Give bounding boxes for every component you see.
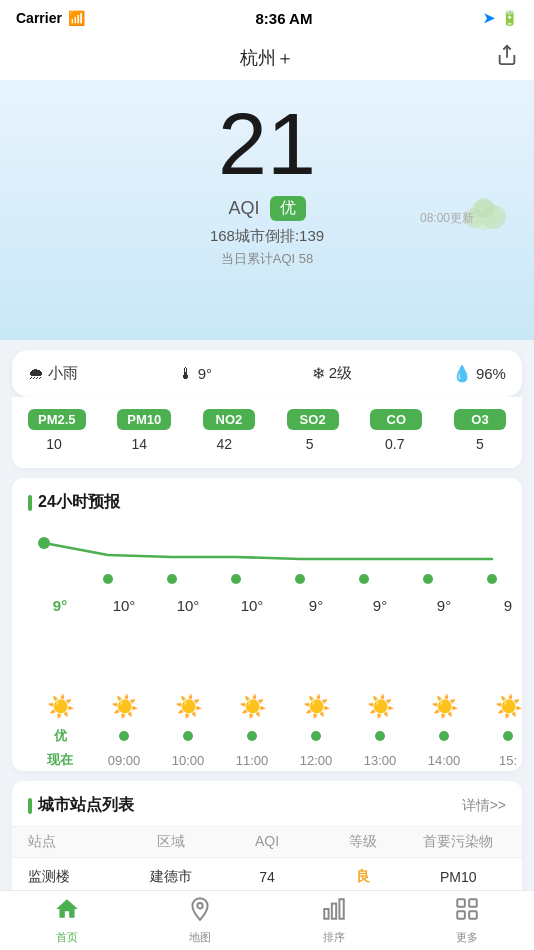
forecast-item-2: 10° ☀️ 10:00 bbox=[156, 593, 220, 771]
aqi-badge: 优 bbox=[270, 196, 306, 221]
forecast-aqi-3 bbox=[247, 725, 257, 747]
station-title: 城市站点列表 bbox=[28, 795, 134, 816]
forecast-time-0: 现在 bbox=[47, 749, 73, 771]
pollutant-no2: NO2 bbox=[203, 409, 255, 430]
svg-point-4 bbox=[474, 198, 494, 218]
pollutant-co: CO bbox=[370, 409, 422, 430]
svg-rect-14 bbox=[332, 904, 336, 919]
value-pm10: 14 bbox=[113, 436, 165, 452]
weather-wind-label: 2级 bbox=[329, 364, 352, 383]
col-aqi: AQI bbox=[219, 833, 315, 851]
pollutant-section: PM2.5 PM10 NO2 SO2 CO O3 10 14 42 5 0.7 … bbox=[12, 397, 522, 468]
nav-home[interactable]: 首页 bbox=[38, 892, 96, 949]
svg-point-9 bbox=[295, 574, 305, 584]
ranking-icon bbox=[321, 896, 347, 928]
forecast-temp-7: 9 bbox=[504, 593, 512, 617]
aqi-label: AQI bbox=[228, 198, 259, 219]
svg-rect-15 bbox=[339, 899, 343, 919]
rain-icon: 🌧 bbox=[28, 365, 44, 383]
nav-ranking[interactable]: 排序 bbox=[305, 892, 363, 949]
station-title-text: 城市站点列表 bbox=[38, 795, 134, 816]
location-icon: ➤ bbox=[483, 10, 495, 26]
col-pollutant: 首要污染物 bbox=[410, 833, 506, 851]
temp-icon: 🌡 bbox=[178, 365, 194, 383]
forecast-item-3: 10° ☀️ 11:00 bbox=[220, 593, 284, 771]
more-icon bbox=[454, 896, 480, 928]
forecast-time-5: 13:00 bbox=[364, 749, 397, 771]
forecast-temp-4: 9° bbox=[309, 593, 323, 617]
forecast-weather-7: ☀️ bbox=[495, 691, 522, 723]
forecast-temp-5: 9° bbox=[373, 593, 387, 617]
pollutant-values: 10 14 42 5 0.7 5 bbox=[28, 436, 506, 452]
nav-more[interactable]: 更多 bbox=[438, 892, 496, 949]
forecast-time-3: 11:00 bbox=[236, 749, 269, 771]
status-left: Carrier 📶 bbox=[16, 10, 85, 26]
forecast-temp-0: 9° bbox=[53, 593, 67, 617]
svg-point-11 bbox=[423, 574, 433, 584]
forecast-weather-6: ☀️ bbox=[431, 691, 458, 723]
forecast-aqi-2 bbox=[183, 725, 193, 747]
forecast-temp-2: 10° bbox=[177, 593, 200, 617]
title-bar-decoration bbox=[28, 495, 32, 511]
weather-humidity-label: 96% bbox=[476, 365, 506, 382]
forecast-time-7: 15: bbox=[499, 749, 517, 771]
home-icon bbox=[54, 896, 80, 928]
cell-name: 监测楼 bbox=[28, 868, 124, 886]
nav-ranking-label: 排序 bbox=[323, 930, 345, 945]
svg-point-12 bbox=[487, 574, 497, 584]
pollutant-o3: O3 bbox=[454, 409, 506, 430]
battery-icon: 🔋 bbox=[501, 10, 518, 26]
value-co: 0.7 bbox=[369, 436, 421, 452]
share-button[interactable] bbox=[496, 44, 518, 72]
value-pm25: 10 bbox=[28, 436, 80, 452]
forecast-weather-0: ☀️ bbox=[47, 691, 74, 723]
cell-pollutant: PM10 bbox=[410, 869, 506, 885]
forecast-section: 24小时预报 9° bbox=[12, 478, 522, 771]
station-detail-link[interactable]: 详情>> bbox=[462, 797, 506, 815]
forecast-item-5: 9° ☀️ 13:00 bbox=[348, 593, 412, 771]
value-o3: 5 bbox=[454, 436, 506, 452]
cell-level: 良 bbox=[315, 868, 411, 886]
value-no2: 42 bbox=[198, 436, 250, 452]
forecast-temp-3: 10° bbox=[241, 593, 264, 617]
status-right: ➤ 🔋 bbox=[483, 10, 518, 26]
header-title: 杭州＋ bbox=[240, 46, 294, 70]
table-header: 站点 区域 AQI 等级 首要污染物 bbox=[12, 826, 522, 858]
col-level: 等级 bbox=[315, 833, 411, 851]
weather-item-temp: 🌡 9° bbox=[178, 365, 212, 383]
svg-rect-18 bbox=[458, 911, 466, 919]
forecast-temp-1: 10° bbox=[113, 593, 136, 617]
forecast-title-text: 24小时预报 bbox=[38, 492, 120, 513]
svg-rect-13 bbox=[324, 909, 328, 919]
forecast-aqi-0: 优 bbox=[54, 725, 67, 747]
cell-area: 建德市 bbox=[124, 868, 220, 886]
forecast-scroll[interactable]: 9° ☀️ 优 现在 10° ☀️ 09:00 10° bbox=[12, 593, 522, 771]
status-bar: Carrier 📶 8:36 AM ➤ 🔋 bbox=[0, 0, 534, 36]
aqi-number: 21 bbox=[16, 100, 518, 188]
hero-section: 21 AQI 优 168城市倒排:139 当日累计AQI 58 08:00更新 bbox=[0, 80, 534, 340]
forecast-item-4: 9° ☀️ 12:00 bbox=[284, 593, 348, 771]
humidity-icon: 💧 bbox=[452, 364, 472, 383]
forecast-item-6: 9° ☀️ 14:00 bbox=[412, 593, 476, 771]
forecast-temp-6: 9° bbox=[437, 593, 451, 617]
forecast-time-1: 09:00 bbox=[108, 749, 141, 771]
forecast-time-2: 10:00 bbox=[172, 749, 205, 771]
weather-item-humidity: 💧 96% bbox=[452, 364, 506, 383]
wifi-icon: 📶 bbox=[68, 10, 85, 26]
forecast-item-now: 9° ☀️ 优 现在 bbox=[28, 593, 92, 771]
update-timestamp: 08:00更新 bbox=[420, 210, 474, 227]
nav-more-label: 更多 bbox=[456, 930, 478, 945]
rank-text: 168城市倒排:139 bbox=[16, 227, 518, 246]
forecast-weather-2: ☀️ bbox=[175, 691, 202, 723]
value-so2: 5 bbox=[284, 436, 336, 452]
forecast-time-6: 14:00 bbox=[428, 749, 461, 771]
weather-item-wind: ❄ 2级 bbox=[312, 364, 352, 383]
cell-aqi: 74 bbox=[219, 869, 315, 885]
weather-card: 🌧 小雨 🌡 9° ❄ 2级 💧 96% bbox=[12, 350, 522, 397]
forecast-title: 24小时预报 bbox=[12, 492, 522, 523]
nav-map[interactable]: 地图 bbox=[171, 892, 229, 949]
pollutant-pm25: PM2.5 bbox=[28, 409, 86, 430]
weather-rain-label: 小雨 bbox=[48, 364, 78, 383]
svg-point-10 bbox=[359, 574, 369, 584]
col-area: 区域 bbox=[124, 833, 220, 851]
